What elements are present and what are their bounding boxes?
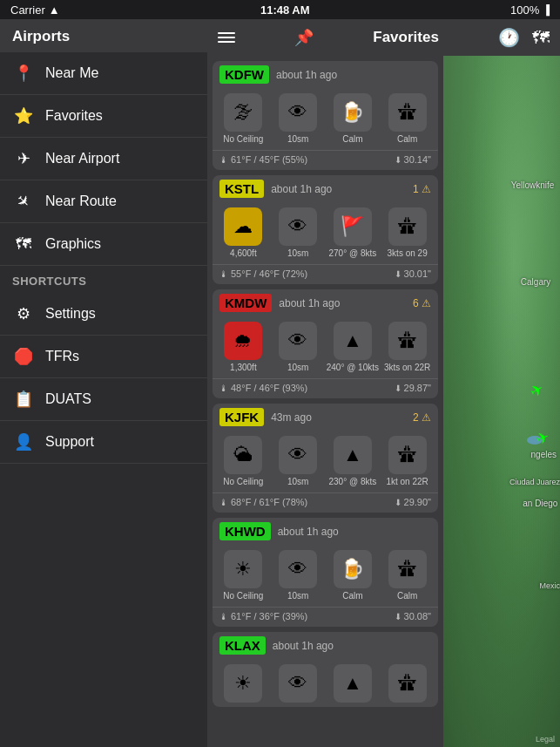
thermometer-icon: 🌡 xyxy=(219,498,228,507)
wx-cell-3: 🛣Calm xyxy=(380,550,435,601)
airport-time: 43m ago xyxy=(271,411,406,424)
airport-card-kdfw[interactable]: KDFWabout 1h ago🌫No Ceiling👁10sm🍺Calm🛣Ca… xyxy=(213,61,438,170)
sidebar-item-duats[interactable]: 📋 DUATS xyxy=(0,378,207,421)
top-nav: 📌 Favorites 🕐 🗺 xyxy=(207,19,560,56)
wx-label: Calm xyxy=(397,591,417,601)
footer-pressure: ⬇ 30.01" xyxy=(395,268,431,279)
hamburger-menu[interactable] xyxy=(218,32,235,43)
near-airport-label: Near Airport xyxy=(45,151,119,166)
sidebar-item-graphics[interactable]: 🗺 Graphics xyxy=(0,223,207,266)
airport-time: about 1h ago xyxy=(273,640,431,652)
wx-label: 10sm xyxy=(287,248,308,259)
sidebar-item-support[interactable]: 👤 Support xyxy=(0,421,207,464)
sidebar-item-settings[interactable]: ⚙ Settings xyxy=(0,293,207,336)
wx-cell-1: 👁10sm xyxy=(271,436,326,487)
wx-icon-box: 🛣 xyxy=(388,436,427,474)
battery-label: 100% xyxy=(510,3,539,17)
footer-temp: 🌡 61°F / 36°F (39%) xyxy=(219,611,307,621)
content-area: KDFWabout 1h ago🌫No Ceiling👁10sm🍺Calm🛣Ca… xyxy=(207,56,560,747)
wx-cell-2: ▲230° @ 8kts xyxy=(326,436,381,487)
duats-icon: 📋 xyxy=(12,388,35,411)
settings-icon: ⚙ xyxy=(12,302,35,325)
wx-icon-box: 🚩 xyxy=(334,207,372,246)
wx-icon-box: 🛣 xyxy=(388,550,427,588)
wx-cell-0: 🌧1,300ft xyxy=(216,322,271,373)
favorites-list: KDFWabout 1h ago🌫No Ceiling👁10sm🍺Calm🛣Ca… xyxy=(207,56,443,747)
map-view-icon[interactable]: 🗺 xyxy=(532,28,550,48)
airport-code: KLAX xyxy=(219,636,266,655)
airport-time: about 1h ago xyxy=(271,183,406,195)
airport-card-kjfk[interactable]: KJFK43m ago2 ⚠🌥No Ceiling👁10sm▲230° @ 8k… xyxy=(213,404,438,513)
carrier-label: Carrier xyxy=(10,3,45,17)
footer-pressure: ⬇ 29.87" xyxy=(395,383,431,393)
airport-card-klax[interactable]: KLAXabout 1h ago☀👁▲🛣 xyxy=(213,632,438,707)
wx-icon-box: 👁 xyxy=(279,550,317,588)
airport-header-khwd: KHWDabout 1h ago xyxy=(213,518,438,545)
airport-card-kmdw[interactable]: KMDWabout 1h ago6 ⚠🌧1,300ft👁10sm▲240° @ … xyxy=(213,289,438,398)
wx-cell-1: 👁10sm xyxy=(271,93,326,145)
wx-label: 270° @ 8kts xyxy=(329,248,377,259)
airport-code: KSTL xyxy=(219,180,264,198)
wx-label: 230° @ 8kts xyxy=(329,477,377,487)
wx-label: Calm xyxy=(342,134,362,145)
airport-footer: 🌡 68°F / 61°F (78%)⬇ 29.90" xyxy=(213,492,438,513)
airport-card-kstl[interactable]: KSTLabout 1h ago1 ⚠☁4,600ft👁10sm🚩270° @ … xyxy=(213,175,438,284)
footer-pressure: ⬇ 30.08" xyxy=(395,611,431,621)
airport-footer: 🌡 61°F / 36°F (39%)⬇ 30.08" xyxy=(213,607,438,627)
weather-icons-row: 🌧1,300ft👁10sm▲240° @ 10kts🛣3kts on 22R xyxy=(213,316,438,375)
airport-header-klax: KLAXabout 1h ago xyxy=(213,632,438,659)
graphics-label: Graphics xyxy=(45,236,101,252)
app-container: Airports 📍 Near Me ⭐ Favorites ✈ Near Ai… xyxy=(0,19,560,747)
wx-icon-box: 🍺 xyxy=(334,550,372,588)
airport-header-kjfk: KJFK43m ago2 ⚠ xyxy=(213,404,438,431)
wx-icon-box: 👁 xyxy=(279,93,317,132)
clock-icon[interactable]: 🕐 xyxy=(498,27,520,48)
map-area[interactable]: Yellowknife Calgary ngeles an Diego Ciud… xyxy=(443,56,560,747)
airport-footer: 🌡 48°F / 46°F (93%)⬇ 29.87" xyxy=(213,378,438,398)
airport-code: KDFW xyxy=(219,65,269,84)
wx-icon-box: 🛣 xyxy=(388,322,427,360)
airport-footer: 🌡 61°F / 45°F (55%)⬇ 30.14" xyxy=(213,150,438,170)
weather-icons-row: ☁4,600ft👁10sm🚩270° @ 8kts🛣3kts on 29 xyxy=(213,202,438,261)
wx-label: 10sm xyxy=(287,134,308,145)
weather-icons-row: ☀👁▲🛣 xyxy=(213,659,438,707)
airports-header: Airports xyxy=(0,19,207,52)
sidebar-item-tfrs[interactable]: 🛑 TFRs xyxy=(0,336,207,378)
footer-temp: 🌡 55°F / 46°F (72%) xyxy=(219,268,307,279)
wx-cell-0: 🌫No Ceiling xyxy=(216,93,271,145)
footer-temp: 🌡 48°F / 46°F (93%) xyxy=(219,383,307,393)
time-display: 11:48 AM xyxy=(260,3,310,17)
wx-cell-3: 🛣Calm xyxy=(380,93,435,145)
favorites-label: Favorites xyxy=(45,108,103,124)
sidebar-item-favorites[interactable]: ⭐ Favorites xyxy=(0,95,207,138)
pin-icon[interactable]: 📌 xyxy=(294,28,314,47)
sidebar-item-near-me[interactable]: 📍 Near Me xyxy=(0,52,207,95)
wx-label: No Ceiling xyxy=(223,591,263,601)
map-background: Yellowknife Calgary ngeles an Diego Ciud… xyxy=(443,56,560,747)
wx-cell-1: 👁10sm xyxy=(271,207,326,259)
footer-pressure: ⬇ 30.14" xyxy=(395,154,431,165)
sidebar-item-near-route[interactable]: ✈ Near Route xyxy=(0,180,207,223)
weather-icons-row: 🌫No Ceiling👁10sm🍺Calm🛣Calm xyxy=(213,88,438,146)
wifi-icon: ▲ xyxy=(49,3,60,17)
wx-label: 10sm xyxy=(287,591,308,601)
airport-time: about 1h ago xyxy=(279,297,406,309)
wx-icon-box: 🛣 xyxy=(388,664,427,703)
thermometer-icon: 🌡 xyxy=(219,155,228,165)
wx-cell-0: ☀ xyxy=(216,664,271,705)
wx-label: 1,300ft xyxy=(230,363,257,373)
wx-cell-2: ▲240° @ 10kts xyxy=(326,322,381,373)
wx-cell-1: 👁10sm xyxy=(271,550,326,601)
status-bar: Carrier ▲ 11:48 AM 100% ▐ xyxy=(0,0,560,19)
sidebar-item-near-airport[interactable]: ✈ Near Airport xyxy=(0,138,207,180)
map-label-calgary: Calgary xyxy=(521,277,550,287)
footer-pressure: ⬇ 29.90" xyxy=(395,497,431,507)
airport-card-khwd[interactable]: KHWDabout 1h ago☀No Ceiling👁10sm🍺Calm🛣Ca… xyxy=(213,518,438,627)
wx-icon-box: ☁ xyxy=(224,207,262,246)
airport-time: about 1h ago xyxy=(276,69,431,81)
wx-icon-box: 👁 xyxy=(279,664,317,703)
map-label-juarez: Ciudad Juarez xyxy=(509,478,560,486)
status-bar-right: 100% ▐ xyxy=(510,3,550,17)
airport-footer: 🌡 55°F / 46°F (72%)⬇ 30.01" xyxy=(213,264,438,284)
status-bar-left: Carrier ▲ xyxy=(10,3,60,17)
